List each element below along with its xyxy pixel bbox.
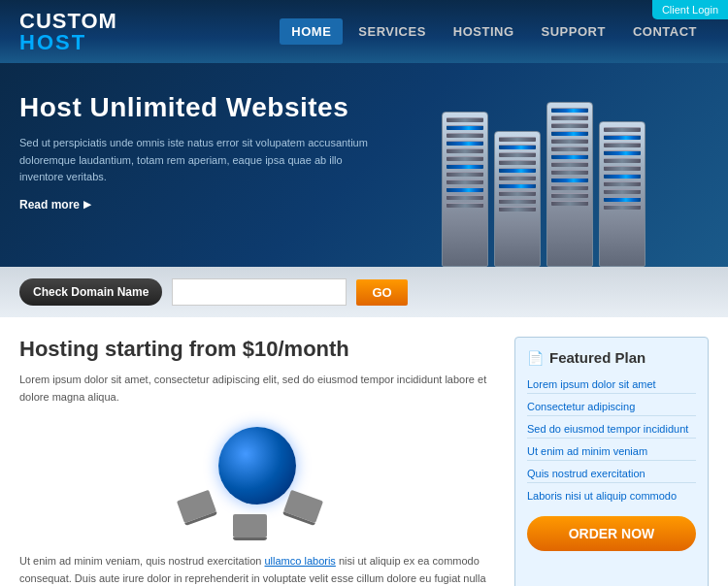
rack <box>447 148 483 153</box>
rack-lit <box>604 174 641 179</box>
order-now-button[interactable]: ORDER NOW <box>527 516 696 551</box>
main-nav: HOME SERVICES HOSTING SUPPORT CONTACT <box>280 18 709 45</box>
nav-services[interactable]: SERVICES <box>347 18 438 45</box>
server-tower-1 <box>442 112 488 267</box>
rack <box>551 170 588 175</box>
nav-support[interactable]: SUPPORT <box>530 18 617 45</box>
server-illustration <box>379 73 709 267</box>
nav-contact[interactable]: CONTACT <box>621 18 709 45</box>
featured-item-5[interactable]: Quis nostrud exercitation <box>527 465 696 483</box>
header: Custom Host Client Login HOME SERVICES H… <box>0 0 728 63</box>
rack <box>604 189 641 194</box>
rack <box>604 158 641 163</box>
rack-lit <box>551 131 588 136</box>
featured-item-3[interactable]: Sed do eiusmod tempor incididunt <box>527 420 696 439</box>
globe-illustration <box>19 417 495 543</box>
logo-host: Host <box>19 32 117 53</box>
rack <box>551 201 588 206</box>
logo: Custom Host <box>19 11 117 53</box>
rack <box>499 137 536 142</box>
rack <box>604 205 641 210</box>
featured-item-4[interactable]: Ut enim ad minim veniam <box>527 442 696 461</box>
server-tower-2 <box>494 131 541 267</box>
rack <box>447 117 483 122</box>
main-desc-1: Lorem ipsum dolor sit amet, consectetur … <box>19 372 495 406</box>
domain-search-input[interactable] <box>172 278 347 306</box>
rack-lit <box>447 125 483 130</box>
rack-lit <box>604 135 641 140</box>
rack <box>604 143 641 147</box>
server-tower-3 <box>546 102 593 267</box>
rack-lit <box>551 154 588 159</box>
hero-text: Host Unlimited Websites Sed ut perspicia… <box>19 92 388 212</box>
main-desc-2: Ut enim ad minim veniam, quis nostrud ex… <box>19 553 495 586</box>
logo-custom: Custom <box>19 11 117 32</box>
rack <box>604 181 641 186</box>
main-content: Hosting starting from $10/month Lorem ip… <box>0 317 728 586</box>
rack <box>604 127 641 132</box>
rack <box>447 195 483 200</box>
laptop-right <box>283 490 323 524</box>
rack <box>447 203 483 208</box>
go-button[interactable]: GO <box>356 279 407 306</box>
rack-lit <box>604 150 641 155</box>
domain-search-section: Check Domain Name GO <box>0 267 728 317</box>
document-icon: 📄 <box>527 350 544 366</box>
rack-lit <box>499 168 536 173</box>
read-more-link[interactable]: Read more <box>19 198 388 212</box>
rack <box>447 133 483 138</box>
hero-description: Sed ut perspiciatis unde omnis iste natu… <box>19 135 388 186</box>
globe <box>218 427 296 505</box>
featured-item-1[interactable]: Lorem ipsum dolor sit amet <box>527 375 696 394</box>
rack <box>551 123 588 128</box>
rack <box>447 172 483 177</box>
rack <box>447 156 483 161</box>
rack <box>499 160 536 165</box>
rack-lit <box>499 145 536 149</box>
featured-title: 📄 Featured Plan <box>527 349 696 366</box>
domain-search-label: Check Domain Name <box>19 278 162 306</box>
rack-lit <box>447 187 483 192</box>
featured-plan: 📄 Featured Plan Lorem ipsum dolor sit am… <box>514 337 709 586</box>
nav-hosting[interactable]: HOSTING <box>442 18 526 45</box>
rack-lit <box>551 108 588 113</box>
rack <box>551 139 588 144</box>
rack <box>551 162 588 167</box>
rack-lit <box>604 197 641 202</box>
main-left: Hosting starting from $10/month Lorem ip… <box>19 337 495 586</box>
rack <box>551 115 588 120</box>
rack-lit <box>551 178 588 182</box>
laptop-left <box>177 490 216 524</box>
rack <box>499 191 536 196</box>
hosting-title: Hosting starting from $10/month <box>19 337 495 362</box>
rack <box>551 193 588 198</box>
rack-lit <box>447 141 483 146</box>
globe-container <box>180 417 335 543</box>
laptop-bottom <box>233 514 267 537</box>
ullamco-link[interactable]: ullamco laboris <box>265 555 336 567</box>
rack <box>551 185 588 190</box>
client-login-button[interactable]: Client Login <box>652 0 728 19</box>
rack <box>499 152 536 157</box>
featured-item-6[interactable]: Laboris nisi ut aliquip commodo <box>527 487 696 505</box>
rack-lit <box>447 164 483 169</box>
rack <box>499 207 536 212</box>
rack <box>551 146 588 151</box>
rack <box>499 176 536 180</box>
hero-section: Host Unlimited Websites Sed ut perspicia… <box>0 63 728 267</box>
rack <box>447 179 483 184</box>
rack <box>499 199 536 204</box>
hero-title: Host Unlimited Websites <box>19 92 388 123</box>
rack <box>604 166 641 171</box>
rack-lit <box>499 183 536 188</box>
nav-home[interactable]: HOME <box>280 18 343 45</box>
featured-item-2[interactable]: Consectetur adipiscing <box>527 398 696 416</box>
server-tower-4 <box>599 121 645 267</box>
